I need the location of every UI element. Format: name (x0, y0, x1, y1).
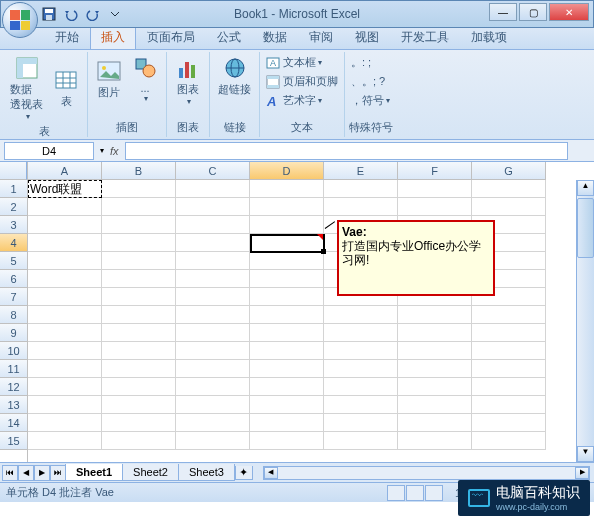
tab-review[interactable]: 审阅 (298, 25, 344, 49)
cell[interactable] (176, 216, 250, 234)
cell[interactable] (176, 252, 250, 270)
cell[interactable] (250, 270, 324, 288)
cell[interactable] (472, 342, 546, 360)
cell[interactable] (472, 198, 546, 216)
formula-input[interactable] (125, 142, 568, 160)
cell[interactable] (102, 378, 176, 396)
tab-data[interactable]: 数据 (252, 25, 298, 49)
scroll-left-icon[interactable]: ◀ (264, 467, 278, 479)
cell[interactable] (102, 324, 176, 342)
view-page-layout-button[interactable] (406, 485, 424, 501)
cell[interactable] (102, 216, 176, 234)
new-sheet-button[interactable]: ✦ (235, 466, 253, 480)
row-header[interactable]: 3 (0, 216, 27, 234)
row-header[interactable]: 13 (0, 396, 27, 414)
cell[interactable] (102, 414, 176, 432)
col-header[interactable]: G (472, 162, 546, 180)
cell-a1[interactable]: Word联盟 (28, 180, 102, 198)
symbols-row2[interactable]: 、。; ? (349, 73, 393, 90)
cell[interactable] (102, 180, 176, 198)
fx-icon[interactable]: fx (104, 145, 125, 157)
cell[interactable] (28, 216, 102, 234)
cell[interactable] (472, 324, 546, 342)
col-header[interactable]: F (398, 162, 472, 180)
cell[interactable] (250, 378, 324, 396)
cell[interactable] (472, 360, 546, 378)
cell[interactable] (28, 306, 102, 324)
maximize-button[interactable]: ▢ (519, 3, 547, 21)
cell[interactable] (28, 342, 102, 360)
cell[interactable] (102, 306, 176, 324)
cell[interactable] (250, 432, 324, 450)
horizontal-scrollbar[interactable]: ◀ ▶ (263, 466, 590, 480)
cell[interactable] (472, 432, 546, 450)
cell[interactable] (250, 324, 324, 342)
cell[interactable] (102, 432, 176, 450)
cell[interactable] (324, 432, 398, 450)
cell[interactable] (398, 360, 472, 378)
cell[interactable] (176, 234, 250, 252)
cell[interactable] (472, 306, 546, 324)
illustrations-more-button[interactable]: ...▾ (128, 54, 162, 105)
sheet-nav-next-icon[interactable]: ▶ (34, 465, 50, 481)
textbox-button[interactable]: A 文本框▾ (264, 54, 340, 71)
cell[interactable] (324, 414, 398, 432)
header-footer-button[interactable]: 页眉和页脚 (264, 73, 340, 90)
sheet-tab-1[interactable]: Sheet1 (65, 464, 123, 481)
cell[interactable] (324, 378, 398, 396)
row-header[interactable]: 14 (0, 414, 27, 432)
scroll-up-icon[interactable]: ▲ (577, 180, 594, 196)
cell[interactable] (28, 432, 102, 450)
cell[interactable] (176, 432, 250, 450)
cell[interactable] (472, 396, 546, 414)
tab-insert[interactable]: 插入 (90, 25, 136, 49)
cell[interactable] (250, 216, 324, 234)
cell[interactable] (324, 342, 398, 360)
cell[interactable] (176, 378, 250, 396)
sheet-nav-last-icon[interactable]: ⏭ (50, 465, 66, 481)
cell[interactable] (398, 414, 472, 432)
cell[interactable] (28, 288, 102, 306)
cell[interactable] (102, 360, 176, 378)
pivot-table-button[interactable]: 数据 透视表▾ (6, 54, 47, 123)
vertical-scrollbar[interactable]: ▲ ▼ (576, 180, 594, 462)
cell[interactable] (176, 198, 250, 216)
row-header[interactable]: 8 (0, 306, 27, 324)
cell[interactable] (176, 414, 250, 432)
cell[interactable] (250, 252, 324, 270)
cell[interactable] (176, 342, 250, 360)
cell[interactable] (176, 180, 250, 198)
cell[interactable] (398, 306, 472, 324)
row-header[interactable]: 9 (0, 324, 27, 342)
cell[interactable] (250, 180, 324, 198)
col-header[interactable]: E (324, 162, 398, 180)
cell[interactable] (102, 342, 176, 360)
cell[interactable] (28, 414, 102, 432)
sheet-nav-first-icon[interactable]: ⏮ (2, 465, 18, 481)
row-header[interactable]: 7 (0, 288, 27, 306)
cell[interactable] (250, 234, 324, 252)
tab-formulas[interactable]: 公式 (206, 25, 252, 49)
symbols-row1[interactable]: 。: ; (349, 54, 393, 71)
minimize-button[interactable]: — (489, 3, 517, 21)
cell[interactable] (250, 414, 324, 432)
tab-developer[interactable]: 开发工具 (390, 25, 460, 49)
sheet-nav-prev-icon[interactable]: ◀ (18, 465, 34, 481)
cell[interactable] (28, 270, 102, 288)
cell[interactable] (398, 180, 472, 198)
col-header-active[interactable]: D (250, 162, 324, 180)
cell[interactable] (250, 396, 324, 414)
cell[interactable] (28, 396, 102, 414)
row-header[interactable]: 11 (0, 360, 27, 378)
chart-button[interactable]: 图表▾ (171, 54, 205, 108)
cell[interactable] (324, 396, 398, 414)
cell[interactable] (102, 252, 176, 270)
table-button[interactable]: 表 (49, 54, 83, 123)
row-header-active[interactable]: 4 (0, 234, 27, 252)
cell[interactable] (176, 324, 250, 342)
cell[interactable] (176, 396, 250, 414)
hyperlink-button[interactable]: 超链接 (214, 54, 255, 99)
row-header[interactable]: 1 (0, 180, 27, 198)
comment-box[interactable]: Vae: 打造国内专业Office办公学习网! (337, 220, 495, 296)
row-header[interactable]: 10 (0, 342, 27, 360)
